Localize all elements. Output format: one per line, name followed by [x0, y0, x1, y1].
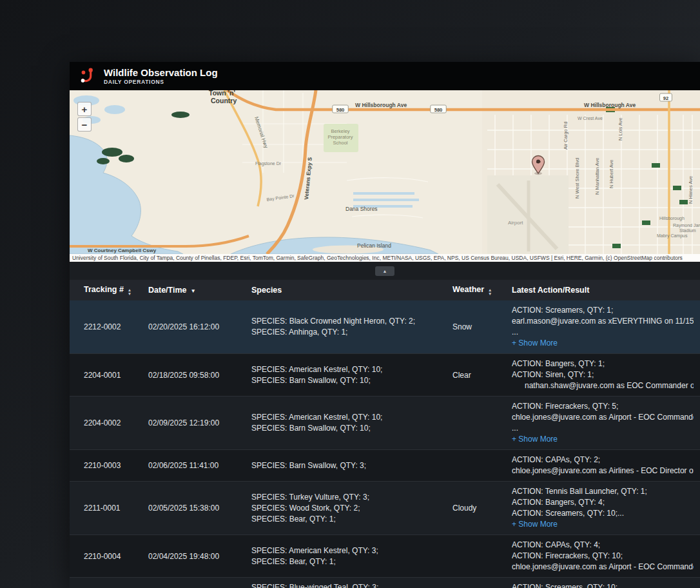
column-label: Latest Action/Result	[512, 286, 589, 295]
observation-table-body: 2212-000202/20/2025 16:12:00SPECIES: Bla…	[70, 300, 700, 588]
cell-tracking-number: 2210-0004	[70, 535, 142, 578]
cell-datetime: 02/18/2025 09:58:00	[142, 354, 245, 397]
desktop-background: Wildlife Observation Log DAILY OPERATION…	[0, 0, 700, 588]
column-label: Date/Time	[148, 286, 187, 295]
map-label: N Himes Ave	[688, 176, 694, 204]
observation-table-container: Tracking #▲▼Date/Time▼SpeciesWeather▲▼La…	[70, 280, 700, 588]
chevron-up-icon: ▲	[383, 269, 387, 273]
action-line: ...	[512, 327, 694, 338]
column-header-species: Species	[245, 280, 446, 300]
cell-latest-action: ACTION: Bangers, QTY: 1;ACTION: Siren, Q…	[505, 354, 700, 397]
observation-row-2212-0002[interactable]: 2212-000202/20/2025 16:12:00SPECIES: Bla…	[70, 300, 700, 354]
cell-latest-action: ACTION: Firecrackers, QTY: 5;chloe.jones…	[505, 397, 700, 450]
cell-latest-action: ACTION: Tennis Ball Launcher, QTY: 1;ACT…	[505, 482, 700, 535]
action-line: chloe.jones@juvare.com as Airlines - EOC…	[512, 466, 694, 476]
species-line: SPECIES: American Kestrel, QTY: 10;	[251, 364, 440, 375]
cell-species: SPECIES: American Kestrel, QTY: 10;SPECI…	[245, 354, 446, 397]
map-label: N Hubert Ave	[608, 160, 614, 188]
mangrove-area	[97, 158, 110, 164]
cell-species: SPECIES: Turkey Vulture, QTY: 3;SPECIES:…	[245, 482, 446, 535]
mangrove-area	[102, 148, 122, 157]
observation-row-2210-0003[interactable]: 2210-000302/06/2025 11:41:00SPECIES: Bar…	[70, 450, 700, 482]
species-line: SPECIES: Anhinga, QTY: 1;	[251, 327, 440, 338]
table-header: Tracking #▲▼Date/Time▼SpeciesWeather▲▼La…	[70, 280, 700, 300]
column-header-weather[interactable]: Weather▲▼	[446, 280, 505, 300]
cell-weather	[446, 535, 505, 578]
park-marker	[612, 244, 621, 248]
show-more-link[interactable]: + Show More	[512, 338, 694, 349]
map-label: Dana Shores	[345, 206, 378, 212]
map-attribution: University of South Florida, City of Tam…	[70, 254, 700, 262]
cell-tracking-number: 2212-0002	[70, 300, 142, 354]
action-line: nathan.shaw@juvare.com as EOC Commander …	[512, 380, 694, 391]
canal	[353, 192, 414, 195]
show-more-link[interactable]: + Show More	[512, 434, 694, 445]
map-label: N Manhattan Ave	[594, 158, 600, 195]
observation-table: Tracking #▲▼Date/Time▼SpeciesWeather▲▼La…	[70, 280, 700, 588]
map-section[interactable]: 58058092 Town 'n'CountryMemorial HwyW Hi…	[70, 90, 700, 262]
cell-weather	[446, 450, 505, 482]
cell-latest-action: ACTION: CAPAs, QTY: 4;ACTION: Firecracke…	[505, 535, 700, 578]
map-label: Pelican Island	[357, 242, 391, 249]
app-window: Wildlife Observation Log DAILY OPERATION…	[70, 62, 700, 588]
species-line: SPECIES: Turkey Vulture, QTY: 3;	[251, 492, 440, 503]
species-line: SPECIES: Bear, QTY: 1;	[251, 514, 440, 525]
cell-datetime: 02/04/2025 19:48:00	[142, 535, 245, 578]
cell-species: SPECIES: Black Crowned Night Heron, QTY:…	[245, 300, 446, 354]
map-label: N Lois Ave	[617, 117, 623, 141]
cell-species: SPECIES: Blue-winged Teal, QTY: 3;SPECIE…	[245, 578, 446, 588]
species-line: SPECIES: American Kestrel, QTY: 3;	[251, 545, 440, 556]
species-line: SPECIES: Wood Stork, QTY: 2;	[251, 503, 440, 514]
cell-weather: Clear	[446, 354, 505, 397]
zoom-in-button[interactable]: +	[77, 102, 92, 116]
action-line: chloe.jones@juvare.com as Airport - EOC …	[512, 412, 694, 423]
cell-datetime: 02/06/2025 11:41:00	[142, 450, 245, 482]
species-line: SPECIES: Blue-winged Teal, QTY: 3;	[251, 582, 440, 588]
sort-both-icon: ▲▼	[488, 288, 492, 295]
map-label: Country	[211, 97, 237, 104]
observation-row-2212-0001[interactable]: 2212-000102/03/2025 16:11:00SPECIES: Blu…	[70, 578, 700, 588]
observation-row-2211-0001[interactable]: 2211-000102/05/2025 15:38:00SPECIES: Tur…	[70, 482, 700, 535]
map-label: W Hillsborough Ave	[584, 102, 636, 108]
map-label: Flagstone Dr	[255, 161, 282, 166]
mangrove-area	[119, 155, 134, 162]
map-label: N West Shore Blvd	[574, 158, 580, 199]
map-label: Hillsborough	[659, 216, 685, 221]
column-header-tracking[interactable]: Tracking #▲▼	[70, 280, 142, 300]
cell-datetime: 02/20/2025 16:12:00	[142, 300, 245, 354]
canal	[353, 199, 419, 201]
species-line: SPECIES: Bear, QTY: 1;	[251, 556, 440, 567]
cell-weather	[446, 397, 505, 450]
sort-both-icon: ▲▼	[128, 288, 131, 295]
zoom-out-button[interactable]: −	[77, 117, 92, 132]
cell-latest-action: ACTION: Screamers, QTY: 10;chloe.jones@j…	[505, 578, 700, 588]
app-header: Wildlife Observation Log DAILY OPERATION…	[70, 62, 700, 90]
species-line: SPECIES: Barn Swallow, QTY: 10;	[251, 423, 440, 434]
collapse-map-button[interactable]: ▲	[375, 266, 394, 276]
route-shield-label: 580	[434, 107, 443, 113]
map-label: Airport	[508, 220, 523, 226]
observation-row-2204-0001[interactable]: 2204-000102/18/2025 09:58:00SPECIES: Ame…	[70, 354, 700, 397]
show-more-link[interactable]: + Show More	[512, 519, 694, 530]
map-label: Air Cargo Rd	[563, 122, 569, 150]
cell-tracking-number: 2212-0001	[70, 578, 142, 588]
cell-weather: Cloudy	[446, 482, 505, 535]
zoom-controls: + −	[77, 102, 92, 132]
collapse-strip: ▲	[70, 262, 700, 280]
action-line: ...	[512, 423, 694, 434]
observation-row-2210-0004[interactable]: 2210-000402/04/2025 19:48:00SPECIES: Ame…	[70, 535, 700, 578]
action-line: ACTION: Bangers, QTY: 1;	[512, 358, 694, 369]
map-label: W Crest Ave	[578, 116, 603, 121]
column-header-date-time[interactable]: Date/Time▼	[142, 280, 245, 300]
observation-row-2204-0002[interactable]: 2204-000202/09/2025 12:19:00SPECIES: Ame…	[70, 397, 700, 450]
app-subtitle: DAILY OPERATIONS	[104, 79, 218, 85]
cell-datetime: 02/03/2025 16:11:00	[142, 578, 245, 588]
cell-latest-action: ACTION: CAPAs, QTY: 2;chloe.jones@juvare…	[505, 450, 700, 482]
column-label: Tracking #	[84, 285, 124, 294]
map-canvas[interactable]: 58058092 Town 'n'CountryMemorial HwyW Hi…	[70, 90, 700, 254]
cell-species: SPECIES: Barn Swallow, QTY: 3;	[245, 450, 446, 482]
cell-tracking-number: 2210-0003	[70, 450, 142, 482]
park-marker	[642, 220, 650, 225]
species-line: SPECIES: Barn Swallow, QTY: 10;	[251, 375, 440, 386]
park-marker	[679, 200, 688, 204]
